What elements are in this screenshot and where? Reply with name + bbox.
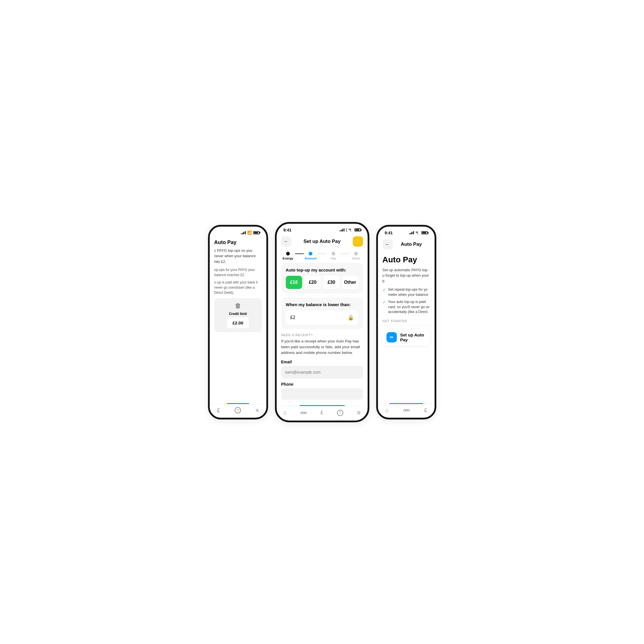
- credit-limit-label: Credit limit: [229, 312, 247, 316]
- center-bottom-nav: ⌂ £ ? ≡: [277, 406, 368, 421]
- left-content: Auto Pay c PAYG top-ups so you never whe…: [210, 237, 266, 403]
- right-signal-icon: [409, 231, 414, 234]
- center-battery-icon: [354, 228, 361, 231]
- svg-point-0: [350, 231, 351, 231]
- back-button[interactable]: ←: [281, 236, 292, 247]
- signal-icon: [241, 231, 246, 234]
- checkmark-2: ✓: [383, 300, 386, 305]
- amount-grid: £10 £20 £30 Other: [286, 276, 358, 289]
- infinity-badge: ∞: [387, 332, 397, 342]
- autopay-desc: Set up automatic PAYG top-u forget to to…: [383, 267, 430, 284]
- step-energy-label: Energy: [283, 257, 293, 260]
- trash-icon[interactable]: 🗑: [235, 302, 241, 310]
- phone-input[interactable]: [281, 388, 363, 400]
- step-done: Done: [349, 252, 363, 260]
- check-item-1: ✓ Set repeat top-ups for yo meter when y…: [383, 287, 430, 297]
- get-started-label: GET STARTED: [383, 319, 430, 323]
- connector-1: [295, 253, 304, 254]
- help-nav-icon: ?: [235, 407, 241, 413]
- amount-10[interactable]: £10: [286, 276, 302, 289]
- center-time: 9:41: [284, 228, 292, 232]
- center-wifi-icon2: [348, 229, 353, 231]
- credit-value: £2.00: [227, 318, 249, 328]
- center-app-header: ← Set up Auto Pay ⚡: [277, 234, 368, 249]
- step-amount-dot: [309, 252, 312, 255]
- right-content: Auto Pay Set up automatic PAYG top-u for…: [378, 252, 435, 403]
- receipt-desc: If you'd like a receipt when your Auto P…: [281, 338, 363, 356]
- nav-menu2[interactable]: ≡: [357, 409, 361, 417]
- amount-other[interactable]: Other: [342, 276, 358, 289]
- left-desc2: op-ups for your PAYG your balance reache…: [214, 267, 262, 278]
- step-amount-label: Amount: [305, 257, 317, 260]
- balance-value: £2: [290, 315, 296, 320]
- right-app-header: ← Auto Pay: [378, 237, 435, 252]
- email-input[interactable]: [281, 366, 363, 379]
- center-signal-icon: [340, 228, 344, 231]
- menu2-nav-icon: ≡: [357, 409, 361, 417]
- amount-30[interactable]: £30: [323, 276, 340, 289]
- lock-icon: 🔒: [348, 314, 354, 321]
- setup-autopay-button[interactable]: ∞ Set up Auto Pay: [383, 329, 430, 346]
- left-desc1: c PAYG top-ups so you never when your ba…: [214, 248, 262, 265]
- balance-card: When my balance is lower than: £2 🔒: [281, 298, 363, 329]
- svg-point-6: [417, 233, 418, 234]
- check-text-1: Set repeat top-ups for yo meter when you…: [388, 287, 430, 297]
- amount-20[interactable]: £20: [304, 276, 321, 289]
- right-pound-icon: £: [424, 407, 427, 413]
- step-done-label: Done: [352, 257, 360, 260]
- right-battery-icon: [421, 231, 428, 234]
- topup-card: Auto top-up my account with: £10 £20 £30…: [281, 263, 363, 294]
- step-pay-dot: [332, 252, 335, 255]
- svg-point-2: [303, 412, 304, 414]
- svg-point-1: [301, 412, 302, 414]
- right-home-icon: ⌂: [385, 407, 389, 414]
- svg-point-7: [404, 409, 405, 411]
- menu-nav-icon: ≡: [255, 407, 259, 414]
- pound-nav-icon: £: [217, 407, 220, 414]
- help2-nav-icon: ?: [337, 410, 343, 416]
- svg-point-9: [408, 409, 409, 411]
- left-desc3: o-up is paid with your bank ll never go …: [214, 280, 262, 295]
- center-scroll-content: Auto top-up my account with: £10 £20 £30…: [277, 261, 368, 405]
- right-time: 9:41: [385, 231, 393, 235]
- home-nav-icon: ⌂: [283, 409, 287, 416]
- right-bottom-nav: ⌂ £: [378, 404, 435, 418]
- right-status-bar: 9:41: [378, 227, 435, 237]
- topup-card-title: Auto top-up my account with:: [286, 267, 358, 272]
- wifi-icon: 📶: [247, 231, 252, 235]
- balance-field: £2 🔒: [286, 310, 358, 325]
- left-phone: 📶 Auto Pay c PAYG top-ups so you never w…: [208, 225, 268, 419]
- step-energy: Energy: [281, 252, 295, 260]
- nav-menu[interactable]: ≡: [255, 407, 259, 414]
- left-page-title: Auto Pay: [214, 239, 262, 245]
- balance-card-title: When my balance is lower than:: [286, 302, 358, 307]
- step-energy-dot: [286, 252, 290, 255]
- nav-help[interactable]: ?: [235, 407, 241, 413]
- check-item-2: ✓ Your auto top-up is paid card, so you'…: [383, 300, 430, 315]
- left-status-bar: 📶: [210, 227, 266, 237]
- right-nav-home[interactable]: ⌂: [385, 407, 389, 414]
- center-wifi-icon: 〈: [346, 228, 347, 232]
- nav-pound[interactable]: £: [217, 407, 220, 414]
- setup-btn-label: Set up Auto Pay: [400, 332, 426, 342]
- activity-nav-icon: [300, 411, 307, 415]
- pound2-nav-icon: £: [320, 410, 323, 416]
- right-nav-pound[interactable]: £: [424, 407, 427, 413]
- lightning-button[interactable]: ⚡: [353, 236, 363, 247]
- nav-help2[interactable]: ?: [337, 410, 343, 416]
- svg-point-3: [305, 412, 306, 414]
- nav-pound2[interactable]: £: [320, 410, 323, 416]
- right-phone: 9:41 ← Auto Pay Auto Pay: [376, 225, 436, 419]
- step-done-dot: [354, 252, 358, 255]
- center-phone: 9:41 〈 ← Set up Auto Pay ⚡: [275, 222, 369, 422]
- right-back-button[interactable]: ←: [383, 239, 393, 249]
- connector-2: [318, 253, 326, 254]
- right-activity-icon: [403, 408, 410, 412]
- center-header-title: Set up Auto Pay: [292, 239, 353, 244]
- nav-activity[interactable]: [300, 411, 307, 415]
- infinity-symbol: ∞: [390, 334, 393, 340]
- right-wifi-icon: [415, 231, 420, 234]
- step-amount: Amount: [304, 252, 318, 260]
- nav-home[interactable]: ⌂: [283, 409, 287, 416]
- right-nav-activity[interactable]: [403, 408, 410, 412]
